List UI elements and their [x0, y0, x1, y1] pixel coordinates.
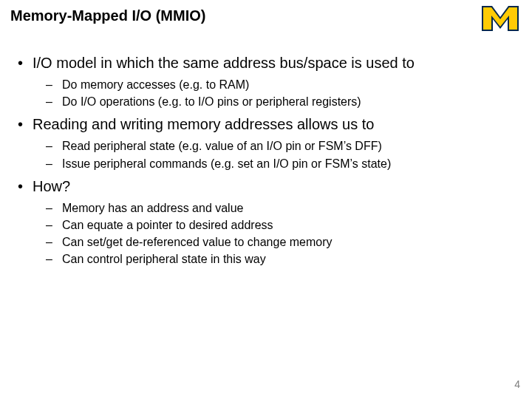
sub-bullet-text: Can equate a pointer to desired address [62, 219, 273, 231]
bullet-item: Reading and writing memory addresses all… [16, 115, 510, 171]
bullet-text: How? [33, 178, 70, 194]
sub-bullet-item: Issue peripheral commands (e.g. set an I… [33, 155, 510, 172]
sub-bullet-item: Do I/O operations (e.g. to I/O pins or p… [33, 93, 510, 110]
sub-bullet-item: Memory has an address and value [33, 200, 510, 216]
sub-bullet-item: Can equate a pointer to desired address [33, 216, 510, 233]
sub-bullet-text: Memory has an address and value [62, 202, 243, 214]
bullet-text: Reading and writing memory addresses all… [33, 116, 374, 132]
page-number: 4 [514, 378, 520, 390]
sub-bullet-item: Can control peripheral state in this way [33, 250, 510, 267]
bullet-item: I/O model in which the same address bus/… [16, 53, 510, 110]
slide-title: Memory-Mapped I/O (MMIO) [10, 7, 205, 24]
bullet-item: How? Memory has an address and value Can… [16, 177, 510, 268]
slide: Memory-Mapped I/O (MMIO) I/O model in wh… [0, 0, 532, 399]
sub-bullet-text: Do memory accesses (e.g. to RAM) [62, 78, 249, 91]
sub-bullet-text: Issue peripheral commands (e.g. set an I… [62, 157, 391, 170]
michigan-logo [482, 6, 519, 31]
sub-bullet-text: Can set/get de-referenced value to chang… [62, 236, 332, 248]
sub-bullet-item: Do memory accesses (e.g. to RAM) [33, 76, 510, 93]
sub-bullet-text: Can control peripheral state in this way [62, 253, 266, 265]
slide-content: I/O model in which the same address bus/… [16, 53, 510, 273]
sub-bullet-item: Can set/get de-referenced value to chang… [33, 233, 510, 250]
sub-bullet-text: Do I/O operations (e.g. to I/O pins or p… [62, 95, 361, 108]
sub-bullet-item: Read peripheral state (e.g. value of an … [33, 137, 510, 154]
bullet-text: I/O model in which the same address bus/… [33, 55, 415, 71]
sub-bullet-text: Read peripheral state (e.g. value of an … [62, 140, 382, 152]
